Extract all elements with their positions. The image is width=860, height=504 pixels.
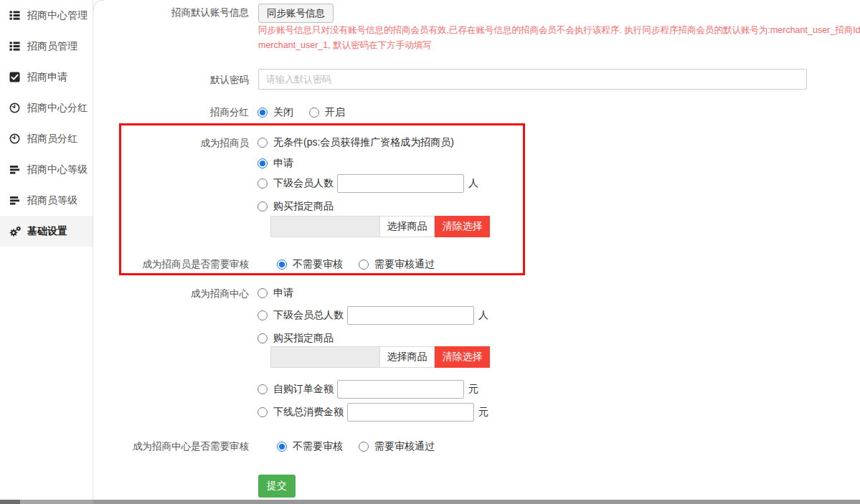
radio-icon[interactable] — [277, 260, 287, 270]
radio-label: 不需要审核 — [293, 440, 343, 453]
radio-icon[interactable] — [257, 179, 268, 189]
radio-icon[interactable] — [359, 442, 369, 452]
submit-button[interactable]: 提交 — [258, 475, 296, 498]
dividend-option-off[interactable]: 关闭 — [257, 107, 293, 118]
sidebar-item-basic-settings[interactable]: 基础设置 — [0, 216, 93, 247]
sidebar-item-merchant-center-management[interactable]: 招商中心管理 — [0, 0, 93, 31]
become-agent-label: 成为招商员 — [115, 138, 249, 149]
sidebar-item-label: 招商申请 — [27, 71, 67, 84]
admin-settings-page: 招商中心管理 招商员管理 招商申请 招商中心分红 招商员分红 — [0, 0, 860, 504]
radio-label: 购买指定商品 — [273, 200, 334, 213]
center-clear-selection-button[interactable]: 清除选择 — [435, 346, 490, 368]
radio-icon[interactable] — [257, 407, 268, 417]
sidebar-item-label: 基础设置 — [27, 225, 67, 238]
agent-selected-product-input[interactable] — [270, 216, 380, 237]
radio-icon[interactable] — [257, 310, 268, 320]
agent-audit-option-yes[interactable]: 需要审核通过 — [359, 259, 435, 270]
dividend-label: 招商分红 — [115, 107, 249, 118]
th-list-icon — [9, 41, 22, 52]
radio-label: 申请 — [273, 287, 293, 300]
th-list-icon — [9, 10, 22, 21]
sidebar-item-label: 招商员等级 — [27, 194, 77, 207]
agent-option-apply[interactable]: 申请 — [257, 153, 293, 173]
radio-icon[interactable] — [257, 384, 268, 394]
radio-label: 下线总消费金额 — [273, 406, 344, 419]
clock-icon — [9, 103, 22, 113]
horizontal-scrollbar[interactable] — [0, 500, 860, 504]
scrollbar-track-segment — [20, 500, 93, 504]
radio-label: 下级会员总人数 — [273, 309, 344, 322]
sidebar-item-label: 招商员管理 — [27, 40, 77, 53]
agent-audit-label: 成为招商员是否需要审核 — [115, 259, 249, 270]
sidebar-item-label: 招商中心管理 — [27, 9, 88, 22]
unit-label: 人 — [478, 309, 488, 322]
agent-clear-selection-button[interactable]: 清除选择 — [435, 216, 490, 237]
radio-label: 购买指定商品 — [273, 332, 334, 345]
sync-warning-line1: 同步账号信息只对没有账号信息的招商会员有效,已存在账号信息的招商会员不会执行该程… — [258, 24, 860, 37]
sidebar-item-merchant-center-dividend[interactable]: 招商中心分红 — [0, 92, 93, 123]
center-audit-option-no[interactable]: 不需要审核 — [277, 441, 343, 452]
center-option-sub-members-total[interactable]: 下级会员总人数 人 — [257, 305, 488, 325]
center-audit-option-yes[interactable]: 需要审核通过 — [359, 441, 435, 452]
radio-icon[interactable] — [257, 201, 268, 211]
sync-account-button[interactable]: 同步账号信息 — [258, 4, 334, 23]
unit-label: 元 — [468, 383, 478, 396]
center-option-downline-total-amount[interactable]: 下线总消费金额 元 — [257, 402, 488, 422]
radio-label: 下级会员人数 — [273, 177, 334, 190]
radio-icon[interactable] — [309, 108, 319, 118]
center-choose-product-button[interactable]: 选择商品 — [379, 346, 435, 368]
center-option-apply[interactable]: 申请 — [257, 283, 293, 303]
agent-audit-option-no[interactable]: 不需要审核 — [277, 259, 343, 270]
radio-label: 关闭 — [273, 106, 293, 119]
dividend-radio-group: 关闭 开启 — [257, 107, 345, 118]
agent-option-sub-members[interactable]: 下级会员人数 人 — [257, 173, 478, 194]
radio-icon[interactable] — [257, 288, 268, 298]
center-audit-label: 成为招商中心是否需要审核 — [115, 441, 249, 452]
agent-product-picker: 选择商品 清除选择 — [270, 216, 490, 237]
dividend-option-on[interactable]: 开启 — [309, 107, 345, 118]
radio-label: 开启 — [325, 106, 345, 119]
level-bars-icon — [9, 195, 22, 206]
gears-icon — [9, 226, 22, 237]
radio-icon[interactable] — [359, 260, 369, 270]
clock-icon — [9, 133, 22, 144]
radio-icon[interactable] — [277, 442, 287, 452]
content-rounded-corner — [93, 0, 104, 11]
radio-label: 自购订单金额 — [273, 383, 334, 396]
default-password-label: 默认密码 — [115, 75, 249, 86]
radio-icon[interactable] — [257, 138, 268, 148]
become-center-label: 成为招商中心 — [115, 288, 249, 300]
level-bars-icon — [9, 164, 22, 175]
radio-icon[interactable] — [257, 333, 268, 343]
check-square-icon — [9, 72, 22, 82]
sidebar-item-merchant-application[interactable]: 招商申请 — [0, 62, 93, 92]
center-sub-member-total-input[interactable] — [347, 306, 474, 325]
sidebar: 招商中心管理 招商员管理 招商申请 招商中心分红 招商员分红 — [0, 0, 93, 504]
center-downline-total-amount-input[interactable] — [347, 403, 474, 422]
sidebar-item-label: 招商中心分红 — [27, 102, 88, 115]
radio-label: 不需要审核 — [293, 258, 343, 271]
unit-label: 人 — [468, 177, 478, 190]
center-selected-product-input[interactable] — [270, 346, 380, 368]
agent-sub-member-count-input[interactable] — [337, 174, 464, 193]
radio-label: 申请 — [273, 157, 293, 170]
sidebar-item-merchant-staff-dividend[interactable]: 招商员分红 — [0, 123, 93, 154]
sidebar-item-merchant-center-level[interactable]: 招商中心等级 — [0, 154, 93, 185]
scrollbar-thumb[interactable] — [0, 500, 20, 504]
agent-choose-product-button[interactable]: 选择商品 — [379, 216, 435, 237]
sidebar-item-label: 招商中心等级 — [27, 163, 88, 176]
center-option-buy-product[interactable]: 购买指定商品 — [257, 328, 334, 348]
sidebar-item-merchant-staff-level[interactable]: 招商员等级 — [0, 185, 93, 216]
sidebar-item-merchant-staff-management[interactable]: 招商员管理 — [0, 31, 93, 62]
radio-icon[interactable] — [257, 108, 268, 118]
center-product-picker: 选择商品 清除选择 — [270, 346, 490, 368]
sync-account-label: 招商默认账号信息 — [115, 7, 249, 19]
center-self-order-amount-input[interactable] — [337, 380, 464, 399]
agent-option-unconditional[interactable]: 无条件(ps:会员获得推广资格成为招商员) — [257, 133, 454, 153]
agent-audit-radio-group: 不需要审核 需要审核通过 — [277, 259, 435, 270]
default-password-input[interactable] — [258, 69, 807, 90]
center-option-self-order-amount[interactable]: 自购订单金额 元 — [257, 379, 478, 399]
radio-icon[interactable] — [257, 158, 268, 168]
center-audit-radio-group: 不需要审核 需要审核通过 — [277, 441, 435, 452]
agent-option-buy-product[interactable]: 购买指定商品 — [257, 196, 334, 217]
